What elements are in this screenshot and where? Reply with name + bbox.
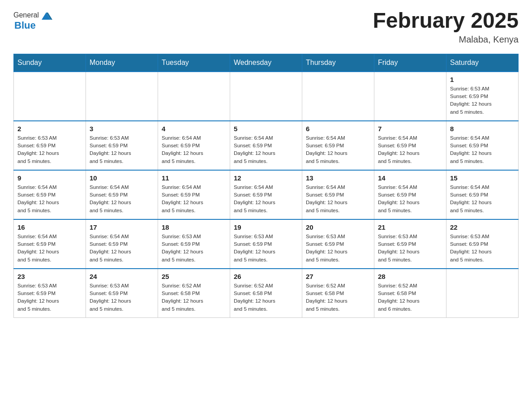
- logo-blue-text: Blue: [14, 20, 36, 31]
- calendar-cell: 17Sunrise: 6:54 AMSunset: 6:59 PMDayligh…: [86, 219, 158, 269]
- calendar-cell: 26Sunrise: 6:52 AMSunset: 6:58 PMDayligh…: [230, 269, 302, 318]
- calendar-cell: 21Sunrise: 6:53 AMSunset: 6:59 PMDayligh…: [374, 219, 446, 269]
- calendar-cell: 25Sunrise: 6:52 AMSunset: 6:58 PMDayligh…: [158, 269, 230, 318]
- day-info: Sunrise: 6:54 AMSunset: 6:59 PMDaylight:…: [90, 233, 154, 264]
- header-tuesday: Tuesday: [158, 54, 230, 72]
- month-title: February 2025: [373, 9, 519, 33]
- calendar-cell: [158, 72, 230, 121]
- day-number: 26: [234, 273, 298, 280]
- day-number: 20: [306, 223, 370, 231]
- calendar-week-4: 16Sunrise: 6:54 AMSunset: 6:59 PMDayligh…: [14, 219, 519, 269]
- day-info: Sunrise: 6:53 AMSunset: 6:59 PMDaylight:…: [378, 233, 442, 264]
- day-number: 16: [17, 223, 82, 231]
- calendar-cell: [86, 72, 158, 121]
- day-info: Sunrise: 6:54 AMSunset: 6:59 PMDaylight:…: [90, 184, 154, 214]
- day-info: Sunrise: 6:53 AMSunset: 6:59 PMDaylight:…: [17, 282, 82, 313]
- header-sunday: Sunday: [14, 54, 86, 72]
- day-number: 9: [17, 174, 82, 182]
- day-info: Sunrise: 6:54 AMSunset: 6:59 PMDaylight:…: [234, 184, 298, 214]
- day-info: Sunrise: 6:53 AMSunset: 6:59 PMDaylight:…: [162, 233, 226, 264]
- day-info: Sunrise: 6:54 AMSunset: 6:59 PMDaylight:…: [17, 233, 82, 264]
- calendar-cell: 19Sunrise: 6:53 AMSunset: 6:59 PMDayligh…: [230, 219, 302, 269]
- day-info: Sunrise: 6:54 AMSunset: 6:59 PMDaylight:…: [162, 184, 226, 214]
- day-info: Sunrise: 6:53 AMSunset: 6:59 PMDaylight:…: [450, 233, 515, 264]
- day-info: Sunrise: 6:54 AMSunset: 6:59 PMDaylight:…: [17, 184, 82, 214]
- logo-general-text: General: [13, 11, 39, 19]
- day-number: 19: [234, 223, 298, 231]
- calendar-cell: 24Sunrise: 6:53 AMSunset: 6:59 PMDayligh…: [86, 269, 158, 318]
- day-number: 1: [450, 76, 515, 83]
- day-number: 11: [162, 174, 226, 182]
- calendar-week-1: 1Sunrise: 6:53 AMSunset: 6:59 PMDaylight…: [14, 72, 519, 121]
- header-thursday: Thursday: [302, 54, 374, 72]
- day-number: 22: [450, 223, 515, 231]
- calendar-cell: 2Sunrise: 6:53 AMSunset: 6:59 PMDaylight…: [14, 121, 86, 170]
- day-number: 3: [90, 125, 154, 133]
- day-number: 21: [378, 223, 442, 231]
- calendar-cell: 4Sunrise: 6:54 AMSunset: 6:59 PMDaylight…: [158, 121, 230, 170]
- calendar-cell: 5Sunrise: 6:54 AMSunset: 6:59 PMDaylight…: [230, 121, 302, 170]
- calendar-cell: 28Sunrise: 6:52 AMSunset: 6:58 PMDayligh…: [374, 269, 446, 318]
- day-info: Sunrise: 6:52 AMSunset: 6:58 PMDaylight:…: [378, 282, 442, 313]
- day-info: Sunrise: 6:54 AMSunset: 6:59 PMDaylight:…: [450, 134, 515, 165]
- calendar-cell: [14, 72, 86, 121]
- calendar-cell: [302, 72, 374, 121]
- calendar-cell: 20Sunrise: 6:53 AMSunset: 6:59 PMDayligh…: [302, 219, 374, 269]
- day-number: 15: [450, 174, 515, 182]
- calendar-cell: 22Sunrise: 6:53 AMSunset: 6:59 PMDayligh…: [446, 219, 519, 269]
- day-number: 2: [17, 125, 82, 133]
- day-info: Sunrise: 6:54 AMSunset: 6:59 PMDaylight:…: [234, 134, 298, 165]
- calendar-table: SundayMondayTuesdayWednesdayThursdayFrid…: [13, 54, 519, 318]
- day-info: Sunrise: 6:53 AMSunset: 6:59 PMDaylight:…: [234, 233, 298, 264]
- calendar-cell: 11Sunrise: 6:54 AMSunset: 6:59 PMDayligh…: [158, 170, 230, 219]
- day-info: Sunrise: 6:53 AMSunset: 6:59 PMDaylight:…: [90, 134, 154, 165]
- day-number: 12: [234, 174, 298, 182]
- calendar-cell: 8Sunrise: 6:54 AMSunset: 6:59 PMDaylight…: [446, 121, 519, 170]
- day-info: Sunrise: 6:53 AMSunset: 6:59 PMDaylight:…: [306, 233, 370, 264]
- day-number: 23: [17, 273, 82, 280]
- day-number: 6: [306, 125, 370, 133]
- day-number: 13: [306, 174, 370, 182]
- calendar-cell: 7Sunrise: 6:54 AMSunset: 6:59 PMDaylight…: [374, 121, 446, 170]
- day-number: 25: [162, 273, 226, 280]
- day-info: Sunrise: 6:52 AMSunset: 6:58 PMDaylight:…: [162, 282, 226, 313]
- day-number: 10: [90, 174, 154, 182]
- location: Malaba, Kenya: [373, 34, 519, 45]
- calendar-cell: 1Sunrise: 6:53 AMSunset: 6:59 PMDaylight…: [446, 72, 519, 121]
- day-number: 14: [378, 174, 442, 182]
- day-info: Sunrise: 6:53 AMSunset: 6:59 PMDaylight:…: [17, 134, 82, 165]
- day-number: 24: [90, 273, 154, 280]
- day-info: Sunrise: 6:54 AMSunset: 6:59 PMDaylight:…: [306, 134, 370, 165]
- logo-icon: [40, 9, 52, 21]
- day-info: Sunrise: 6:54 AMSunset: 6:59 PMDaylight:…: [162, 134, 226, 165]
- day-number: 8: [450, 125, 515, 133]
- logo: General Blue: [13, 9, 52, 31]
- header-wednesday: Wednesday: [230, 54, 302, 72]
- calendar-week-2: 2Sunrise: 6:53 AMSunset: 6:59 PMDaylight…: [14, 121, 519, 170]
- header-friday: Friday: [374, 54, 446, 72]
- calendar-header-row: SundayMondayTuesdayWednesdayThursdayFrid…: [14, 54, 519, 72]
- day-number: 17: [90, 223, 154, 231]
- calendar-cell: 13Sunrise: 6:54 AMSunset: 6:59 PMDayligh…: [302, 170, 374, 219]
- calendar-week-3: 9Sunrise: 6:54 AMSunset: 6:59 PMDaylight…: [14, 170, 519, 219]
- calendar-week-5: 23Sunrise: 6:53 AMSunset: 6:59 PMDayligh…: [14, 269, 519, 318]
- header-monday: Monday: [86, 54, 158, 72]
- day-info: Sunrise: 6:53 AMSunset: 6:59 PMDaylight:…: [90, 282, 154, 313]
- day-number: 18: [162, 223, 226, 231]
- calendar-cell: [374, 72, 446, 121]
- calendar-cell: 3Sunrise: 6:53 AMSunset: 6:59 PMDaylight…: [86, 121, 158, 170]
- day-info: Sunrise: 6:54 AMSunset: 6:59 PMDaylight:…: [306, 184, 370, 214]
- calendar-cell: [230, 72, 302, 121]
- header-saturday: Saturday: [446, 54, 519, 72]
- calendar-cell: 16Sunrise: 6:54 AMSunset: 6:59 PMDayligh…: [14, 219, 86, 269]
- day-number: 7: [378, 125, 442, 133]
- calendar-cell: 15Sunrise: 6:54 AMSunset: 6:59 PMDayligh…: [446, 170, 519, 219]
- day-info: Sunrise: 6:54 AMSunset: 6:59 PMDaylight:…: [450, 184, 515, 214]
- calendar-cell: 10Sunrise: 6:54 AMSunset: 6:59 PMDayligh…: [86, 170, 158, 219]
- page-header: General Blue February 2025 Malaba, Kenya: [13, 9, 519, 45]
- calendar-cell: 12Sunrise: 6:54 AMSunset: 6:59 PMDayligh…: [230, 170, 302, 219]
- calendar-cell: 6Sunrise: 6:54 AMSunset: 6:59 PMDaylight…: [302, 121, 374, 170]
- day-number: 4: [162, 125, 226, 133]
- calendar-cell: 9Sunrise: 6:54 AMSunset: 6:59 PMDaylight…: [14, 170, 86, 219]
- calendar-cell: 27Sunrise: 6:52 AMSunset: 6:58 PMDayligh…: [302, 269, 374, 318]
